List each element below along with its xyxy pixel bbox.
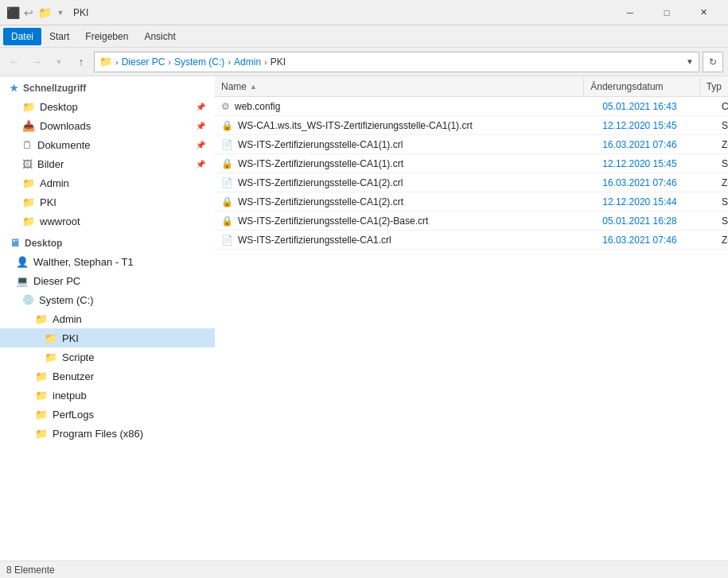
back-button[interactable]: ← xyxy=(5,52,24,72)
title-bar: ⬛ ↩ 📁 ▼ PKI ─ □ ✕ xyxy=(0,0,728,25)
address-folder-icon: 📁 xyxy=(99,56,112,68)
menu-datei[interactable]: Datei xyxy=(3,28,41,45)
window-title: PKI xyxy=(73,7,88,18)
folder-icon: 📁 xyxy=(35,313,48,325)
file-icon: 🔒 xyxy=(221,120,233,131)
sidebar-item-label: Dieser PC xyxy=(33,275,80,287)
menu-start[interactable]: Start xyxy=(41,28,77,45)
file-icon: 🔒 xyxy=(221,196,233,208)
schnellzugriff-header: ★ Schnellzugriff xyxy=(0,76,215,97)
sidebar-item-pki-quick[interactable]: 📁 PKI xyxy=(0,192,215,211)
address-dropdown-icon[interactable]: ▼ xyxy=(686,57,694,66)
file-icon: 📄 xyxy=(221,139,233,150)
status-bar: 8 Elemente xyxy=(0,561,728,578)
close-button[interactable]: ✕ xyxy=(685,0,722,25)
folder-icon: 📁 xyxy=(35,390,48,401)
pin-icon: 📌 xyxy=(196,103,205,111)
desktop-section-header: 🖥 Desktop xyxy=(0,231,215,252)
table-row[interactable]: 🔒 WS-CA1.ws.its_WS-ITS-Zertifizierungsst… xyxy=(215,116,728,135)
file-name: WS-ITS-Zertifizierungsstelle-CA1(1).crt xyxy=(238,158,403,169)
file-type-cell: Sicherh xyxy=(715,195,728,209)
address-admin[interactable]: Admin xyxy=(234,56,261,68)
sidebar-item-label: Bilder xyxy=(37,158,64,170)
file-type-cell: Zertifi xyxy=(715,233,728,247)
file-name-cell: 🔒 WS-CA1.ws.its_WS-ITS-Zertifizierungsst… xyxy=(215,118,596,133)
sidebar-item-programfiles86-nav[interactable]: 📁 Program Files (x86) xyxy=(0,424,215,443)
table-row[interactable]: ⚙ web.config 05.01.2021 16:43 CONFI xyxy=(215,97,728,116)
address-bar[interactable]: 📁 › Dieser PC › System (C:) › Admin › PK… xyxy=(94,52,699,72)
file-name-cell: 📄 WS-ITS-Zertifizierungsstelle-CA1.crl xyxy=(215,233,596,247)
file-name-cell: 📄 WS-ITS-Zertifizierungsstelle-CA1(1).cr… xyxy=(215,138,596,152)
sidebar-item-bilder-quick[interactable]: 🖼 Bilder 📌 xyxy=(0,154,215,173)
file-name: WS-CA1.ws.its_WS-ITS-Zertifizierungsstel… xyxy=(238,120,473,131)
sidebar-item-label: Dokumente xyxy=(37,139,90,151)
sidebar-item-label: PKI xyxy=(62,332,79,344)
file-rows-container: ⚙ web.config 05.01.2021 16:43 CONFI 🔒 WS… xyxy=(215,97,728,250)
file-name: WS-ITS-Zertifizierungsstelle-CA1(2)-Base… xyxy=(238,215,428,227)
sidebar-item-benutzer-nav[interactable]: 📁 Benutzer xyxy=(0,367,215,386)
file-date-cell: 12.12.2020 15:45 xyxy=(596,118,715,133)
sidebar-item-label: System (C:) xyxy=(39,294,94,306)
sidebar-item-admin-nav[interactable]: 📁 Admin xyxy=(0,309,215,328)
col-header-type[interactable]: Typ xyxy=(700,78,728,95)
table-row[interactable]: 🔒 WS-ITS-Zertifizierungsstelle-CA1(2)-Ba… xyxy=(215,211,728,231)
maximize-button[interactable]: □ xyxy=(648,0,685,25)
col-date-label: Änderungsdatum xyxy=(590,81,663,92)
pic-folder-icon: 🖼 xyxy=(22,158,33,170)
file-name-cell: 🔒 WS-ITS-Zertifizierungsstelle-CA1(2)-Ba… xyxy=(215,214,596,228)
sidebar-item-label: PerfLogs xyxy=(53,409,94,421)
minimize-button[interactable]: ─ xyxy=(612,0,648,25)
file-name-cell: 📄 WS-ITS-Zertifizierungsstelle-CA1(2).cr… xyxy=(215,176,596,190)
sidebar-item-dokumente-quick[interactable]: 🗒 Dokumente 📌 xyxy=(0,135,215,154)
sidebar-item-pki-nav[interactable]: 📁 PKI xyxy=(0,328,215,347)
desktop-folder-icon: 🖥 xyxy=(10,237,20,249)
up-button[interactable]: ↑ xyxy=(72,52,91,72)
file-type-cell: Sicherh xyxy=(715,157,728,171)
sidebar-item-downloads-quick[interactable]: 📥 Downloads 📌 xyxy=(0,116,215,135)
table-row[interactable]: 📄 WS-ITS-Zertifizierungsstelle-CA1(1).cr… xyxy=(215,135,728,154)
file-list: Name ▲ Änderungsdatum Typ ⚙ web.config 0… xyxy=(215,76,728,561)
sidebar-item-system-c[interactable]: 💿 System (C:) xyxy=(0,290,215,309)
table-row[interactable]: 📄 WS-ITS-Zertifizierungsstelle-CA1.crl 1… xyxy=(215,231,728,250)
address-dieser-pc[interactable]: Dieser PC xyxy=(122,56,165,68)
table-row[interactable]: 🔒 WS-ITS-Zertifizierungsstelle-CA1(2).cr… xyxy=(215,192,728,211)
window-controls: ─ □ ✕ xyxy=(612,0,722,25)
sidebar-item-perflogs-nav[interactable]: 📁 PerfLogs xyxy=(0,405,215,424)
recent-button[interactable]: ▼ xyxy=(49,52,68,72)
forward-button[interactable]: → xyxy=(27,52,46,72)
sidebar-item-label: Program Files (x86) xyxy=(53,428,143,440)
menu-freigeben[interactable]: Freigeben xyxy=(77,28,136,45)
sidebar-item-desktop-quick[interactable]: 📁 Desktop 📌 xyxy=(0,97,215,116)
sidebar-item-walther[interactable]: 👤 Walther, Stephan - T1 xyxy=(0,252,215,271)
table-row[interactable]: 🔒 WS-ITS-Zertifizierungsstelle-CA1(1).cr… xyxy=(215,154,728,173)
pin-icon: 📌 xyxy=(196,141,205,149)
sidebar-item-label: wwwroot xyxy=(40,215,80,227)
address-system-c[interactable]: System (C:) xyxy=(174,56,224,68)
menu-bar: Datei Start Freigeben Ansicht xyxy=(0,25,728,48)
col-header-date[interactable]: Änderungsdatum xyxy=(584,78,699,95)
sort-icon: ▲ xyxy=(250,83,257,91)
title-bar-icons: ⬛ ↩ 📁 ▼ xyxy=(6,6,67,19)
file-name: WS-ITS-Zertifizierungsstelle-CA1(2).crl xyxy=(238,177,403,188)
drive-icon: 💿 xyxy=(22,294,34,305)
refresh-button[interactable]: ↻ xyxy=(703,52,723,72)
table-row[interactable]: 📄 WS-ITS-Zertifizierungsstelle-CA1(2).cr… xyxy=(215,173,728,192)
sidebar-item-admin-quick[interactable]: 📁 Admin xyxy=(0,173,215,192)
file-type-cell: CONFI xyxy=(715,99,728,114)
sidebar-item-scripte-nav[interactable]: 📁 Scripte xyxy=(0,347,215,367)
sidebar-item-inetpub-nav[interactable]: 📁 inetpub xyxy=(0,386,215,405)
file-icon: 🔒 xyxy=(221,158,233,169)
pc-icon: 💻 xyxy=(16,275,29,287)
folder-icon: 📁 xyxy=(22,196,35,208)
menu-ansicht[interactable]: Ansicht xyxy=(136,28,183,45)
file-name-cell: 🔒 WS-ITS-Zertifizierungsstelle-CA1(1).cr… xyxy=(215,157,596,171)
sidebar-item-wwwroot-quick[interactable]: 📁 wwwroot xyxy=(0,211,215,231)
file-icon: 🔒 xyxy=(221,215,233,227)
folder-blue-icon: 📁 xyxy=(22,101,35,113)
address-sep1: › xyxy=(115,57,119,67)
col-header-name[interactable]: Name ▲ xyxy=(215,78,584,95)
file-date-cell: 16.03.2021 07:46 xyxy=(596,176,715,190)
dropdown-icon[interactable]: ▼ xyxy=(54,6,67,19)
quick-access-icon: ⬛ xyxy=(6,6,19,19)
sidebar-item-dieser-pc[interactable]: 💻 Dieser PC xyxy=(0,271,215,290)
